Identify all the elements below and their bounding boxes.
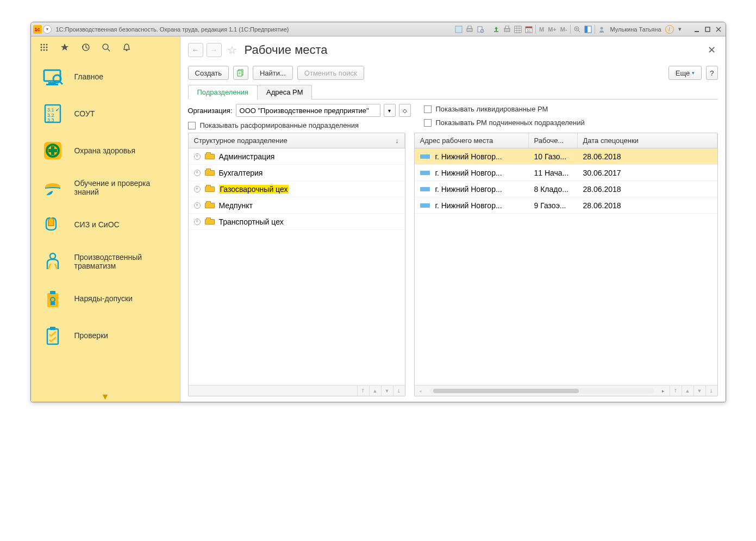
- svg-point-27: [40, 44, 42, 46]
- cancel-search-button[interactable]: Отменить поиск: [297, 66, 364, 80]
- sidebar-item-label: Производственный травматизм: [74, 253, 170, 270]
- history-icon[interactable]: [80, 42, 91, 53]
- sidebar-item-6[interactable]: Наряды-допуски: [31, 280, 180, 317]
- table-row[interactable]: г. Нижний Новгор...9 Газоэ...28.06.2018: [415, 197, 717, 214]
- maximize-icon[interactable]: [703, 24, 713, 34]
- sidebar-item-4[interactable]: СИЗ и СиОС: [31, 206, 180, 243]
- favorite-star-icon[interactable]: ☆: [227, 43, 237, 57]
- table-row[interactable]: г. Нижний Новгор...11 Нача...30.06.2017: [415, 165, 717, 181]
- org-open-button[interactable]: ◇: [399, 104, 411, 117]
- horizontal-scrollbar[interactable]: [430, 388, 654, 394]
- sidebar-item-3[interactable]: Обучение и проверка знаний: [31, 169, 180, 206]
- info-icon[interactable]: i: [665, 25, 674, 34]
- org-select[interactable]: ООО "Производственное предприятие": [236, 104, 380, 117]
- dropdown-icon[interactable]: ▾: [676, 24, 685, 34]
- tree-row[interactable]: +Газосварочный цех: [189, 181, 405, 197]
- create-button[interactable]: Создать: [188, 66, 229, 80]
- apps-icon[interactable]: [39, 42, 49, 53]
- table-row[interactable]: г. Нижний Новгор...10 Газо...28.06.2018: [415, 148, 717, 165]
- expand-icon[interactable]: +: [194, 186, 201, 192]
- org-dropdown-button[interactable]: ▾: [384, 104, 396, 117]
- download-icon[interactable]: [503, 24, 512, 34]
- content-area: ← → ☆ Рабочие места ✕ Создать + Найти...…: [180, 36, 726, 402]
- tree-row[interactable]: +Транспортный цех: [189, 214, 405, 230]
- expand-icon[interactable]: +: [194, 170, 201, 176]
- scroll-bottom-icon[interactable]: ⤓: [393, 386, 405, 396]
- expand-icon[interactable]: +: [194, 153, 201, 160]
- memory-m[interactable]: M: [538, 26, 545, 33]
- tree-row-label: Бухгалтерия: [219, 169, 263, 177]
- column-header[interactable]: Адрес рабочего места: [415, 133, 529, 148]
- expand-icon[interactable]: +: [194, 202, 201, 209]
- scroll-top-icon[interactable]: ⤒: [670, 386, 682, 396]
- sidebar-item-label: Проверки: [74, 331, 108, 340]
- panel-icon[interactable]: [584, 24, 593, 34]
- checkbox-icon[interactable]: [188, 122, 196, 129]
- column-header[interactable]: Дата спецоценки: [578, 133, 717, 148]
- scroll-down-icon[interactable]: ▼: [381, 386, 393, 396]
- column-header[interactable]: Рабоче...: [529, 133, 578, 148]
- help-button[interactable]: ?: [706, 66, 717, 80]
- chk-subordinate[interactable]: Показывать РМ подчиненных подразделений: [424, 119, 585, 127]
- table-row[interactable]: г. Нижний Новгор...8 Кладо...28.06.2018: [415, 181, 717, 197]
- tab-0[interactable]: Подразделения: [188, 85, 258, 100]
- svg-text:3.3: 3.3: [47, 117, 54, 123]
- search-icon[interactable]: [101, 42, 111, 53]
- save-icon[interactable]: [454, 24, 464, 34]
- scroll-up-icon[interactable]: ▲: [369, 386, 381, 396]
- svg-rect-21: [585, 26, 588, 33]
- close-page-button[interactable]: ✕: [705, 42, 718, 58]
- sidebar-item-0[interactable]: Главное: [31, 58, 180, 95]
- tree-row[interactable]: +Бухгалтерия: [189, 165, 405, 181]
- sort-icon[interactable]: ↓: [395, 136, 399, 145]
- print-icon[interactable]: [465, 24, 474, 34]
- cell-workplace: 10 Газо...: [534, 152, 567, 161]
- memory-mminus[interactable]: M-: [559, 26, 568, 33]
- svg-rect-2: [468, 26, 471, 28]
- sidebar-item-7[interactable]: Проверки: [31, 317, 180, 354]
- preview-icon[interactable]: [476, 24, 485, 34]
- row-icon: [420, 203, 430, 208]
- chk-liquidated[interactable]: Показывать ликвидированные РМ: [424, 105, 585, 113]
- folder-icon: [205, 186, 215, 192]
- cell-address: г. Нижний Новгор...: [435, 185, 502, 194]
- nav-forward-button[interactable]: →: [207, 43, 222, 57]
- svg-text:31: 31: [527, 29, 532, 33]
- svg-rect-5: [494, 31, 498, 32]
- favorites-icon[interactable]: [59, 42, 70, 53]
- close-icon[interactable]: [714, 24, 723, 34]
- sidebar-more-icon[interactable]: ▼: [31, 392, 180, 402]
- upload-icon[interactable]: [492, 24, 501, 34]
- checkbox-icon[interactable]: [424, 105, 432, 113]
- tree-row[interactable]: +Медпункт: [189, 197, 405, 214]
- scroll-right-icon[interactable]: ▸: [658, 386, 670, 396]
- app-menu-dropdown[interactable]: ▾: [43, 25, 52, 34]
- scroll-down-icon[interactable]: ▼: [693, 386, 705, 396]
- tree-row[interactable]: +Администрация: [189, 148, 405, 165]
- grid-icon[interactable]: [514, 24, 523, 34]
- sidebar-item-5[interactable]: Производственный травматизм: [31, 243, 180, 280]
- sidebar-item-2[interactable]: Охрана здоровья: [31, 132, 180, 169]
- sidebar-item-label: СИЗ и СиОС: [74, 220, 120, 229]
- memory-mplus[interactable]: M+: [547, 26, 558, 33]
- chk-disbanded[interactable]: Показывать расформированные подразделени…: [188, 121, 411, 129]
- find-button[interactable]: Найти...: [253, 66, 293, 80]
- bell-icon[interactable]: [121, 42, 132, 53]
- nav-back-button[interactable]: ←: [188, 43, 203, 57]
- cell-address: г. Нижний Новгор...: [435, 201, 502, 210]
- copy-button[interactable]: +: [233, 66, 248, 80]
- svg-point-39: [126, 49, 127, 51]
- sidebar-item-1[interactable]: 3.1 ✔3.23.3СОУТ: [31, 95, 180, 132]
- calendar-icon[interactable]: 31: [524, 24, 534, 34]
- minimize-icon[interactable]: [692, 24, 702, 34]
- svg-rect-0: [455, 26, 462, 33]
- scroll-up-icon[interactable]: ▲: [682, 386, 693, 396]
- more-button[interactable]: Еще: [668, 66, 702, 80]
- scroll-left-icon[interactable]: ◂: [415, 386, 427, 396]
- checkbox-icon[interactable]: [424, 119, 432, 127]
- tab-1[interactable]: Адреса РМ: [257, 85, 312, 100]
- scroll-top-icon[interactable]: ⤒: [357, 386, 369, 396]
- expand-icon[interactable]: +: [194, 219, 201, 225]
- scroll-bottom-icon[interactable]: ⤓: [705, 386, 717, 396]
- zoom-icon[interactable]: [573, 24, 582, 34]
